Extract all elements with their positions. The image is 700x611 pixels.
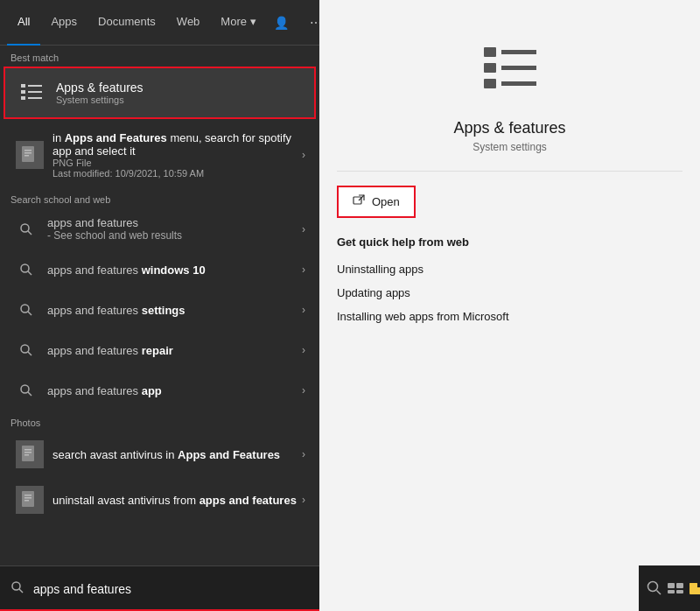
search-web-item-4[interactable]: apps and features app › <box>4 370 316 411</box>
search-web-text-2: apps and features settings <box>47 304 302 317</box>
svg-rect-27 <box>24 500 29 502</box>
search-panel: All Apps Documents Web More ▾ 👤 ⋯ Best m… <box>0 0 319 611</box>
search-web-item-3[interactable]: apps and features repair › <box>4 330 316 370</box>
search-input[interactable] <box>33 582 309 596</box>
svg-rect-25 <box>24 495 32 496</box>
file-result-item[interactable]: in Apps and Features menu, search for sp… <box>4 123 316 187</box>
app-detail-icon <box>475 35 545 105</box>
chevron-right-icon-0: › <box>302 223 305 235</box>
svg-rect-40 <box>668 583 675 588</box>
search-bar <box>0 565 319 611</box>
svg-line-17 <box>28 352 32 355</box>
svg-rect-33 <box>501 50 536 54</box>
svg-rect-9 <box>24 155 29 157</box>
svg-point-10 <box>21 224 29 232</box>
svg-rect-43 <box>676 590 683 593</box>
help-link-2[interactable]: Installing web apps from Microsoft <box>337 305 682 328</box>
svg-rect-1 <box>21 90 25 94</box>
tab-all[interactable]: All <box>7 0 40 46</box>
svg-rect-31 <box>484 63 496 73</box>
svg-rect-22 <box>24 452 32 453</box>
search-web-text-1: apps and features windows 10 <box>47 263 302 277</box>
open-icon <box>353 194 365 209</box>
tabs-row: All Apps Documents Web More ▾ 👤 ⋯ <box>0 0 319 46</box>
svg-line-11 <box>28 231 32 235</box>
taskbar-search-icon[interactable] <box>646 571 663 606</box>
svg-rect-7 <box>24 150 32 151</box>
svg-rect-46 <box>690 583 697 587</box>
search-web-icon-3 <box>14 338 38 362</box>
svg-rect-42 <box>668 590 675 593</box>
results-area: Best match Apps & features System settin… <box>0 46 319 611</box>
tab-documents[interactable]: Documents <box>88 0 166 46</box>
svg-point-18 <box>21 385 29 393</box>
photos-item-title-1: uninstall avast antivirus from apps and … <box>52 494 302 507</box>
search-web-text-4: apps and features app <box>47 384 302 397</box>
svg-rect-24 <box>22 491 34 507</box>
svg-rect-2 <box>21 96 25 100</box>
photos-file-icon-0 <box>16 440 44 468</box>
best-match-title: Apps & features <box>56 81 144 95</box>
user-icon[interactable]: 👤 <box>267 12 296 33</box>
help-link-0[interactable]: Uninstalling apps <box>337 257 682 281</box>
search-web-item-2[interactable]: apps and features settings › <box>4 290 316 330</box>
chevron-right-icon-2: › <box>302 304 305 316</box>
app-detail-name: Apps & features <box>453 119 565 137</box>
svg-rect-6 <box>22 146 34 162</box>
tab-more[interactable]: More ▾ <box>210 0 267 46</box>
svg-rect-36 <box>354 197 361 204</box>
svg-line-13 <box>28 271 32 275</box>
search-web-icon-0 <box>14 217 38 242</box>
file-result-type: PNG File <box>52 158 302 168</box>
photos-item-content-0: search avast antivirus in Apps and Featu… <box>52 448 302 461</box>
svg-rect-5 <box>28 97 42 99</box>
svg-point-12 <box>21 264 29 272</box>
tab-apps[interactable]: Apps <box>40 0 88 46</box>
chevron-right-icon: › <box>302 149 305 161</box>
file-icon <box>16 141 44 169</box>
apps-features-icon <box>16 77 47 109</box>
best-match-item[interactable]: Apps & features System settings <box>4 67 316 119</box>
svg-point-38 <box>648 582 658 592</box>
chevron-right-icon-4: › <box>302 384 305 397</box>
search-web-icon-2 <box>14 298 38 322</box>
chevron-down-icon: ▾ <box>250 15 256 28</box>
quick-help-section: Get quick help from web Uninstalling app… <box>337 235 682 328</box>
help-link-1[interactable]: Updating apps <box>337 281 682 305</box>
photos-label: Photos <box>0 411 319 432</box>
quick-help-title: Get quick help from web <box>337 235 682 249</box>
svg-rect-30 <box>484 47 496 57</box>
svg-line-19 <box>28 392 32 396</box>
svg-rect-41 <box>676 583 683 588</box>
photos-item-1[interactable]: uninstall avast antivirus from apps and … <box>4 477 316 523</box>
chevron-right-photos-0: › <box>302 448 305 460</box>
svg-rect-45 <box>690 587 700 594</box>
open-btn-wrap: Open <box>337 186 682 218</box>
photos-file-icon-1 <box>16 486 44 514</box>
svg-point-14 <box>21 305 29 313</box>
right-panel: Apps & features System settings Open Get… <box>319 0 700 611</box>
chevron-right-icon-1: › <box>302 263 305 276</box>
chevron-right-photos-1: › <box>302 494 305 506</box>
taskbar-taskview-icon[interactable] <box>667 571 684 606</box>
app-detail-sub: System settings <box>472 141 547 153</box>
photos-item-content-1: uninstall avast antivirus from apps and … <box>52 494 302 507</box>
taskbar <box>639 565 700 611</box>
tab-web[interactable]: Web <box>166 0 211 46</box>
taskbar-explorer-icon[interactable] <box>688 571 700 606</box>
svg-rect-21 <box>24 449 32 451</box>
detail-divider <box>337 171 682 172</box>
search-bar-icon <box>10 580 24 597</box>
search-web-item-0[interactable]: apps and features - See school and web r… <box>4 208 316 249</box>
svg-rect-26 <box>24 497 32 499</box>
photos-item-0[interactable]: search avast antivirus in Apps and Featu… <box>4 432 316 477</box>
svg-rect-4 <box>28 91 42 93</box>
svg-rect-8 <box>24 152 32 154</box>
svg-rect-35 <box>501 81 536 86</box>
search-web-icon-4 <box>14 378 38 403</box>
best-match-text: Apps & features System settings <box>56 81 144 105</box>
svg-line-39 <box>657 591 662 595</box>
open-button[interactable]: Open <box>337 186 416 218</box>
svg-rect-3 <box>28 85 42 87</box>
search-web-item-1[interactable]: apps and features windows 10 › <box>4 249 316 290</box>
